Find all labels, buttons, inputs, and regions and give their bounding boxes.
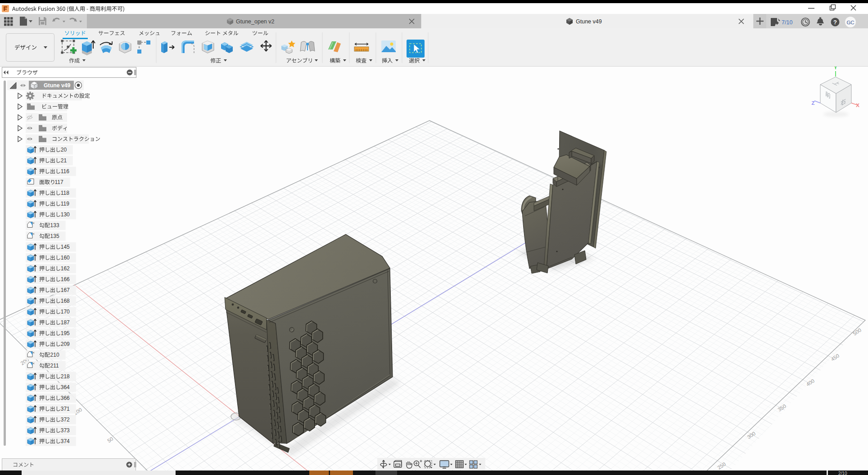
svg-text:119: 119 [61,201,69,207]
svg-text:21: 21 [61,157,67,164]
svg-text:374: 374 [61,438,70,444]
svg-text:135: 135 [50,233,59,239]
svg-text:218: 218 [61,373,70,380]
svg-text:160: 160 [61,255,70,261]
svg-text:118: 118 [61,190,69,196]
svg-text:133: 133 [50,222,59,229]
svg-text:211: 211 [50,363,59,369]
svg-text:166: 166 [61,276,70,282]
svg-text:209: 209 [61,341,70,347]
svg-text:167: 167 [61,287,70,293]
svg-text:373: 373 [61,427,70,434]
svg-text:7/10: 7/10 [782,19,792,26]
svg-text:168: 168 [61,298,70,304]
svg-text:210: 210 [50,352,59,358]
svg-text:Gtune v49: Gtune v49 [44,82,71,89]
svg-text:170: 170 [61,309,70,315]
svg-text:187: 187 [61,319,70,326]
svg-text:371: 371 [61,406,70,412]
svg-text:117: 117 [55,179,63,185]
svg-text:20: 20 [61,147,67,153]
svg-text:372: 372 [61,417,70,423]
svg-text:130: 130 [61,211,70,218]
svg-text:?: ? [833,19,837,26]
svg-text:195: 195 [61,330,70,336]
svg-text:366: 366 [61,395,70,401]
svg-text:Z: Z [811,100,814,106]
svg-text:116: 116 [61,168,69,175]
svg-text:Gtune_open v2: Gtune_open v2 [236,18,275,25]
svg-text:162: 162 [61,265,70,272]
svg-text:GC: GC [846,20,854,25]
svg-text:2/10: 2/10 [838,471,847,475]
svg-text:364: 364 [61,384,70,390]
svg-text:Gtune v49: Gtune v49 [576,18,602,25]
svg-text:X: X [856,103,859,108]
svg-text:145: 145 [61,244,70,250]
